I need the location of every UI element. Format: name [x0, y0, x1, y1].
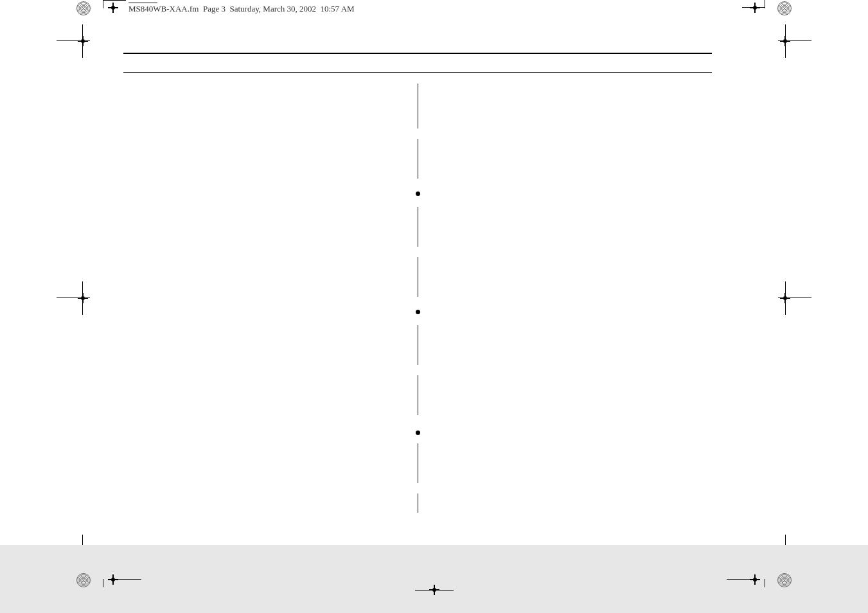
registration-mark-icon [780, 293, 790, 303]
registration-mark-icon [78, 36, 88, 46]
crop-line [103, 579, 103, 587]
crop-line [765, 0, 765, 8]
registration-mark-icon [780, 36, 790, 46]
crop-line [103, 0, 103, 8]
crop-line [103, 0, 126, 1]
registration-circle-bot-left [76, 573, 91, 587]
crop-line [727, 579, 750, 580]
registration-circle-top-left [76, 1, 91, 15]
bullet-icon [416, 431, 420, 435]
registration-circle-top-right [777, 1, 792, 15]
header-filename: MS840WB-XAA.fm [128, 4, 199, 13]
registration-mark-icon [78, 293, 88, 303]
page-rule-thin [123, 72, 712, 73]
bullet-icon [416, 191, 420, 196]
registration-mark-icon [108, 574, 118, 585]
registration-mark-icon [108, 3, 118, 13]
registration-circle-bot-right [777, 573, 792, 587]
crop-line [118, 579, 141, 580]
page-header: MS840WB-XAA.fm Page 3 Saturday, March 30… [128, 3, 355, 14]
header-date: Saturday, March 30, 2002 [229, 4, 316, 13]
registration-mark-icon [750, 3, 760, 13]
header-page: Page 3 [203, 4, 226, 13]
registration-mark-icon [750, 574, 760, 585]
crop-line [765, 579, 765, 587]
header-time: 10:57 AM [321, 4, 355, 13]
registration-mark-icon [429, 585, 439, 595]
bullet-icon [416, 310, 420, 314]
page-rule-thick [123, 53, 712, 54]
